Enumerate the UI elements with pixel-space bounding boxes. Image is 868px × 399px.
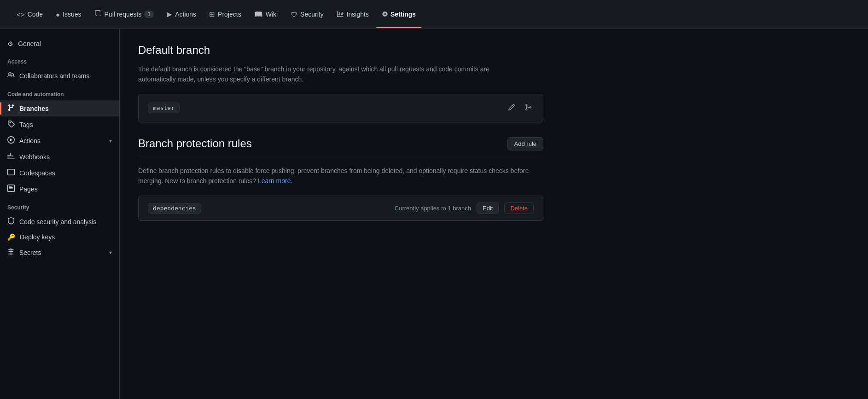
rule-actions: Currently applies to 1 branch Edit Delet… bbox=[395, 202, 534, 214]
collaborators-icon bbox=[7, 71, 15, 80]
sidebar-item-actions[interactable]: Actions ▾ bbox=[0, 133, 119, 149]
sidebar-item-deploy-keys[interactable]: 🔑 Deploy keys bbox=[0, 230, 119, 244]
webhooks-icon bbox=[7, 152, 15, 161]
codespaces-icon bbox=[7, 168, 15, 177]
sidebar-item-pages[interactable]: Pages bbox=[0, 181, 119, 197]
section-divider bbox=[138, 158, 543, 158]
nav-actions[interactable]: ▶ Actions bbox=[161, 6, 202, 22]
learn-more-link[interactable]: Learn more. bbox=[258, 177, 292, 185]
insights-icon bbox=[337, 10, 344, 19]
branch-name-tag: master bbox=[148, 103, 180, 113]
security-icon: 🛡 bbox=[291, 11, 297, 18]
tags-icon bbox=[7, 120, 15, 129]
rule-name-tag: dependencies bbox=[148, 203, 201, 214]
sidebar-item-secrets[interactable]: Secrets ▾ bbox=[0, 244, 119, 260]
sidebar-item-branches[interactable]: Branches bbox=[0, 100, 119, 116]
sidebar-item-code-security[interactable]: Code security and analysis bbox=[0, 214, 119, 230]
deploy-keys-icon: 🔑 bbox=[7, 233, 15, 241]
sidebar-section-security: Security bbox=[0, 197, 119, 214]
pages-icon bbox=[7, 185, 15, 193]
actions-chevron-icon: ▾ bbox=[109, 138, 112, 144]
nav-security[interactable]: 🛡 Security bbox=[285, 7, 329, 22]
branch-protection-header: Branch protection rules Add rule bbox=[138, 137, 543, 150]
wiki-icon: 📖 bbox=[254, 10, 263, 18]
pullrequest-icon bbox=[94, 10, 102, 19]
issues-icon: ● bbox=[56, 11, 60, 18]
sidebar-section-automation: Code and automation bbox=[0, 84, 119, 100]
projects-icon: ⊞ bbox=[209, 10, 215, 18]
top-navigation: <> Code ● Issues Pull requests 1 ▶ Actio… bbox=[0, 0, 868, 29]
default-branch-box: master bbox=[138, 94, 543, 122]
sidebar: ⚙ General Access Collaborators and teams… bbox=[0, 29, 120, 399]
rule-applies-text: Currently applies to 1 branch bbox=[395, 205, 471, 212]
sidebar-item-tags[interactable]: Tags bbox=[0, 116, 119, 133]
code-icon: <> bbox=[17, 11, 25, 18]
sidebar-item-codespaces[interactable]: Codespaces bbox=[0, 165, 119, 181]
secrets-icon bbox=[7, 248, 15, 257]
nav-issues[interactable]: ● Issues bbox=[50, 7, 87, 22]
sidebar-item-general[interactable]: ⚙ General bbox=[0, 36, 119, 51]
main-layout: ⚙ General Access Collaborators and teams… bbox=[0, 29, 868, 399]
branches-icon bbox=[7, 104, 15, 113]
actions-icon: ▶ bbox=[167, 10, 172, 18]
nav-insights[interactable]: Insights bbox=[331, 6, 374, 23]
sidebar-item-webhooks[interactable]: Webhooks bbox=[0, 149, 119, 165]
rule-delete-button[interactable]: Delete bbox=[504, 202, 534, 214]
nav-settings[interactable]: ⚙ Settings bbox=[376, 6, 421, 22]
nav-projects[interactable]: ⊞ Projects bbox=[204, 6, 247, 22]
branch-protection-description: Define branch protection rules to disabl… bbox=[138, 166, 543, 186]
nav-wiki[interactable]: 📖 Wiki bbox=[249, 6, 283, 22]
sidebar-section-access: Access bbox=[0, 51, 119, 68]
sidebar-item-collaborators[interactable]: Collaborators and teams bbox=[0, 68, 119, 84]
default-branch-description: The default branch is considered the "ba… bbox=[138, 64, 543, 85]
rule-edit-button[interactable]: Edit bbox=[477, 202, 499, 214]
gear-icon: ⚙ bbox=[7, 40, 13, 47]
main-content-area: Default branch The default branch is con… bbox=[120, 29, 562, 399]
branch-protection-title: Branch protection rules bbox=[138, 137, 252, 150]
branch-action-buttons bbox=[506, 102, 534, 115]
nav-code[interactable]: <> Code bbox=[11, 7, 48, 22]
settings-icon: ⚙ bbox=[382, 10, 388, 18]
add-rule-button[interactable]: Add rule bbox=[507, 137, 543, 150]
secrets-chevron-icon: ▾ bbox=[109, 249, 112, 256]
branch-rule-row: dependencies Currently applies to 1 bran… bbox=[138, 196, 543, 221]
switch-branch-button[interactable] bbox=[523, 102, 534, 115]
actions-nav-icon bbox=[7, 136, 15, 145]
code-security-icon bbox=[7, 217, 15, 226]
default-branch-title: Default branch bbox=[138, 44, 543, 57]
edit-branch-button[interactable] bbox=[506, 102, 517, 115]
nav-pullrequests[interactable]: Pull requests 1 bbox=[89, 6, 160, 23]
